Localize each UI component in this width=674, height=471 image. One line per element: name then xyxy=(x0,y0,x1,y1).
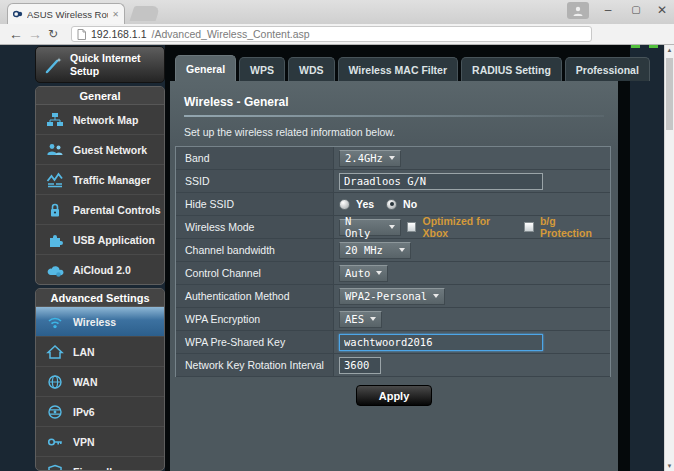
sidebar-item-aicloud[interactable]: AiCloud 2.0 xyxy=(36,255,164,285)
sidebar-item-label: VPN xyxy=(73,436,95,448)
browser-toolbar: ← → ↻ 192.168.1.1/Advanced_Wireless_Cont… xyxy=(0,24,674,45)
key-rotation-input[interactable] xyxy=(339,357,381,374)
band-select[interactable]: 2.4GHz xyxy=(339,150,401,167)
sidebar-item-lan[interactable]: LAN xyxy=(36,337,164,367)
wireless-settings-table: Band 2.4GHz SSID Hide SSID xyxy=(175,146,611,377)
tab-wireless-mac-filter[interactable]: Wireless MAC Filter xyxy=(338,57,459,81)
band-value: 2.4GHz xyxy=(345,152,383,164)
wifi-icon xyxy=(46,314,64,330)
form-row-key-rotation: Network Key Rotation Interval xyxy=(176,354,610,377)
window-maximize-button[interactable]: ▢ xyxy=(624,1,648,19)
ssid-input[interactable] xyxy=(339,173,543,190)
hide-ssid-label: Hide SSID xyxy=(176,193,334,215)
page-icon xyxy=(77,29,86,40)
sidebar-item-label: Wireless xyxy=(73,316,116,328)
form-row-auth-method: Authentication Method WPA2-Personal xyxy=(176,285,610,308)
sidebar-item-label: WAN xyxy=(73,376,98,388)
sidebar-item-vpn[interactable]: VPN xyxy=(36,427,164,457)
control-channel-value: Auto xyxy=(345,267,370,279)
channel-bandwidth-select[interactable]: 20 MHz xyxy=(339,242,411,259)
browser-tab[interactable]: ASUS Wireless Router RT ✕ xyxy=(7,3,125,24)
router-admin-page: Quick InternetSetup General Network Map … xyxy=(0,45,674,471)
sidebar-advanced-panel: Advanced Settings Wireless LAN WAN IPv6 … xyxy=(35,288,165,471)
title-divider xyxy=(184,115,604,117)
window-minimize-button[interactable]: – xyxy=(596,1,620,19)
sidebar-item-quick-internet-setup[interactable]: Quick InternetSetup xyxy=(35,46,165,83)
tab-wds[interactable]: WDS xyxy=(288,57,335,81)
sidebar-item-network-map[interactable]: Network Map xyxy=(36,105,164,135)
auth-method-label: Authentication Method xyxy=(176,285,334,307)
new-tab-button[interactable] xyxy=(130,6,161,21)
wireless-mode-select[interactable]: N Only xyxy=(339,219,401,236)
hide-ssid-no-radio[interactable] xyxy=(386,199,397,210)
sidebar-item-ipv6[interactable]: IPv6 xyxy=(36,397,164,427)
sidebar-item-wireless[interactable]: Wireless xyxy=(36,307,164,337)
page-scrollbar[interactable]: ▲ ▼ xyxy=(664,45,674,471)
browser-window: ASUS Wireless Router RT ✕ – ▢ ✕ ← → ↻ 19… xyxy=(0,0,674,471)
sidebar-item-label: Guest Network xyxy=(73,144,147,156)
header-green-mark xyxy=(631,45,640,48)
back-button-icon[interactable]: ← xyxy=(9,25,23,44)
form-row-hide-ssid: Hide SSID Yes No xyxy=(176,193,610,216)
ssid-label: SSID xyxy=(176,170,334,192)
form-row-control-channel: Control Channel Auto xyxy=(176,262,610,285)
window-close-button[interactable]: ✕ xyxy=(650,1,674,19)
sidebar-advanced-header: Advanced Settings xyxy=(36,289,164,307)
optimized-for-xbox-label: Optimized for Xbox xyxy=(422,215,518,239)
tab-title: ASUS Wireless Router RT xyxy=(27,9,108,20)
wpa-encryption-label: WPA Encryption xyxy=(176,308,334,330)
hide-ssid-yes-label: Yes xyxy=(356,198,374,210)
scrollbar-down-icon[interactable]: ▼ xyxy=(665,463,674,469)
sidebar-item-parental-controls[interactable]: Parental Controls xyxy=(36,195,164,225)
profile-button[interactable] xyxy=(567,2,589,19)
tab-general[interactable]: General xyxy=(175,55,236,81)
control-channel-label: Control Channel xyxy=(176,262,334,284)
dropdown-arrow-icon xyxy=(433,294,439,298)
control-channel-select[interactable]: Auto xyxy=(339,265,388,282)
tab-radius-setting[interactable]: RADIUS Setting xyxy=(461,57,562,81)
dropdown-arrow-icon xyxy=(399,248,405,252)
wpa-encryption-select[interactable]: AES xyxy=(339,311,382,328)
sidebar-item-guest-network[interactable]: Guest Network xyxy=(36,135,164,165)
browser-tabbar: ASUS Wireless Router RT ✕ – ▢ ✕ xyxy=(0,0,674,24)
puzzle-icon xyxy=(46,232,64,248)
apply-button[interactable]: Apply xyxy=(356,385,432,406)
sidebar-item-label: USB Application xyxy=(73,234,155,246)
optimized-for-xbox-checkbox[interactable] xyxy=(407,222,417,232)
sidebar-item-label: IPv6 xyxy=(73,406,95,418)
url-bar[interactable]: 192.168.1.1/Advanced_Wireless_Content.as… xyxy=(71,26,592,42)
dropdown-arrow-icon xyxy=(376,271,382,275)
tab-wps[interactable]: WPS xyxy=(239,57,285,81)
tab-close-icon[interactable]: ✕ xyxy=(112,10,119,19)
auth-method-select[interactable]: WPA2-Personal xyxy=(339,288,445,305)
scrollbar-thumb[interactable] xyxy=(666,58,673,130)
form-row-ssid: SSID xyxy=(176,170,610,193)
page-description: Set up the wireless related information … xyxy=(184,126,604,138)
sidebar-general-header: General xyxy=(36,87,164,105)
sidebar-item-wan[interactable]: WAN xyxy=(36,367,164,397)
scrollbar-up-icon[interactable]: ▲ xyxy=(665,47,674,53)
lock-icon xyxy=(46,202,64,218)
cloud-icon xyxy=(46,262,64,278)
dropdown-arrow-icon xyxy=(389,156,395,160)
forward-button-icon[interactable]: → xyxy=(28,25,42,44)
traffic-manager-icon xyxy=(46,172,64,188)
bg-protection-checkbox[interactable] xyxy=(524,222,534,232)
person-icon xyxy=(572,5,584,17)
page-title: Wireless - General xyxy=(184,95,604,109)
channel-bandwidth-value: 20 MHz xyxy=(345,244,383,256)
sidebar-item-firewall[interactable]: Firewall xyxy=(36,457,164,471)
wpa-encryption-value: AES xyxy=(345,313,364,325)
sidebar-item-usb-application[interactable]: USB Application xyxy=(36,225,164,255)
form-row-wpa-psk: WPA Pre-Shared Key xyxy=(176,331,610,354)
auth-method-value: WPA2-Personal xyxy=(345,290,427,302)
ipv6-globe-icon xyxy=(46,404,64,420)
hide-ssid-yes-radio[interactable] xyxy=(339,199,350,210)
tab-professional[interactable]: Professional xyxy=(565,57,650,81)
wpa-psk-input[interactable] xyxy=(339,334,543,351)
sidebar-item-label: Firewall xyxy=(73,466,112,471)
reload-button-icon[interactable]: ↻ xyxy=(48,25,58,44)
sidebar-item-traffic-manager[interactable]: Traffic Manager xyxy=(36,165,164,195)
sidebar-item-label: LAN xyxy=(73,346,95,358)
form-row-wireless-mode: Wireless Mode N Only Optimized for Xbox … xyxy=(176,216,610,239)
